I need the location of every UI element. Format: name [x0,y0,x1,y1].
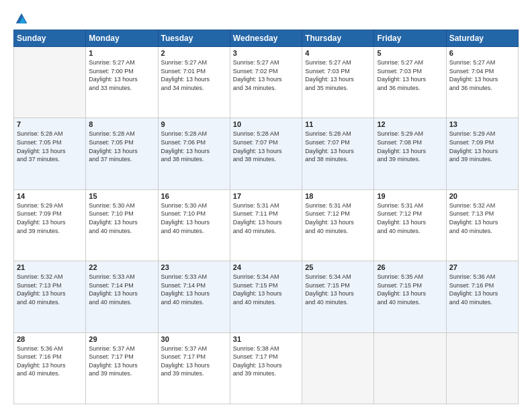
day-number: 3 [233,49,299,57]
calendar-cell: 6Sunrise: 5:27 AM Sunset: 7:04 PM Daylig… [446,47,518,118]
cell-info: Sunrise: 5:36 AM Sunset: 7:16 PM Dayligh… [17,345,83,378]
cell-info: Sunrise: 5:27 AM Sunset: 7:01 PM Dayligh… [161,58,227,92]
cell-info: Sunrise: 5:35 AM Sunset: 7:15 PM Dayligh… [377,273,443,306]
calendar-header-saturday: Saturday [446,30,518,47]
day-number: 14 [17,192,83,200]
day-number: 21 [17,263,83,271]
calendar-cell: 4Sunrise: 5:27 AM Sunset: 7:03 PM Daylig… [302,47,374,118]
calendar-header-monday: Monday [86,30,158,47]
calendar-cell: 27Sunrise: 5:36 AM Sunset: 7:16 PM Dayli… [446,261,518,332]
day-number: 27 [449,263,515,271]
calendar-cell: 30Sunrise: 5:37 AM Sunset: 7:17 PM Dayli… [158,332,230,404]
cell-info: Sunrise: 5:30 AM Sunset: 7:10 PM Dayligh… [89,201,154,235]
calendar-cell: 25Sunrise: 5:34 AM Sunset: 7:15 PM Dayli… [302,261,374,332]
calendar-cell: 16Sunrise: 5:30 AM Sunset: 7:10 PM Dayli… [158,189,230,261]
page: SundayMondayTuesdayWednesdayThursdayFrid… [0,0,532,411]
cell-info: Sunrise: 5:37 AM Sunset: 7:17 PM Dayligh… [161,345,227,378]
calendar-cell [302,332,374,404]
day-number: 17 [233,192,299,200]
calendar-cell: 28Sunrise: 5:36 AM Sunset: 7:16 PM Dayli… [14,332,86,404]
cell-info: Sunrise: 5:31 AM Sunset: 7:11 PM Dayligh… [233,201,299,235]
day-number: 15 [89,192,154,200]
calendar-header-friday: Friday [374,30,446,47]
calendar-cell [446,332,518,404]
cell-info: Sunrise: 5:27 AM Sunset: 7:03 PM Dayligh… [305,58,371,92]
day-number: 30 [161,335,227,343]
cell-info: Sunrise: 5:29 AM Sunset: 7:09 PM Dayligh… [449,130,515,163]
calendar-cell: 12Sunrise: 5:29 AM Sunset: 7:08 PM Dayli… [374,118,446,189]
cell-info: Sunrise: 5:36 AM Sunset: 7:16 PM Dayligh… [449,273,515,306]
cell-info: Sunrise: 5:37 AM Sunset: 7:17 PM Dayligh… [89,345,154,378]
calendar-cell: 20Sunrise: 5:32 AM Sunset: 7:13 PM Dayli… [446,189,518,261]
calendar-header-tuesday: Tuesday [158,30,230,47]
calendar-cell: 19Sunrise: 5:31 AM Sunset: 7:12 PM Dayli… [374,189,446,261]
day-number: 1 [89,49,154,57]
cell-info: Sunrise: 5:31 AM Sunset: 7:12 PM Dayligh… [305,201,371,235]
day-number: 9 [161,120,227,128]
day-number: 29 [89,335,154,343]
calendar-week-row: 14Sunrise: 5:29 AM Sunset: 7:09 PM Dayli… [14,189,519,261]
day-number: 26 [377,263,443,271]
day-number: 24 [233,263,299,271]
cell-info: Sunrise: 5:27 AM Sunset: 7:04 PM Dayligh… [449,58,515,92]
calendar-week-row: 28Sunrise: 5:36 AM Sunset: 7:16 PM Dayli… [14,332,519,404]
calendar-cell [14,47,86,118]
cell-info: Sunrise: 5:27 AM Sunset: 7:00 PM Dayligh… [89,58,154,92]
calendar-cell: 8Sunrise: 5:28 AM Sunset: 7:05 PM Daylig… [86,118,158,189]
calendar-header-thursday: Thursday [302,30,374,47]
logo-icon [15,12,28,26]
cell-info: Sunrise: 5:28 AM Sunset: 7:05 PM Dayligh… [89,130,154,163]
calendar-table: SundayMondayTuesdayWednesdayThursdayFrid… [13,30,519,404]
day-number: 20 [449,192,515,200]
calendar-cell: 17Sunrise: 5:31 AM Sunset: 7:11 PM Dayli… [230,189,302,261]
cell-info: Sunrise: 5:38 AM Sunset: 7:17 PM Dayligh… [233,345,299,378]
cell-info: Sunrise: 5:28 AM Sunset: 7:06 PM Dayligh… [161,130,227,163]
calendar-cell [374,332,446,404]
calendar-cell: 21Sunrise: 5:32 AM Sunset: 7:13 PM Dayli… [14,261,86,332]
day-number: 7 [17,120,83,128]
day-number: 12 [377,120,443,128]
cell-info: Sunrise: 5:32 AM Sunset: 7:13 PM Dayligh… [449,201,515,235]
cell-info: Sunrise: 5:28 AM Sunset: 7:07 PM Dayligh… [305,130,371,163]
calendar-cell: 31Sunrise: 5:38 AM Sunset: 7:17 PM Dayli… [230,332,302,404]
cell-info: Sunrise: 5:34 AM Sunset: 7:15 PM Dayligh… [305,273,371,306]
calendar-cell: 5Sunrise: 5:27 AM Sunset: 7:03 PM Daylig… [374,47,446,118]
calendar-cell: 11Sunrise: 5:28 AM Sunset: 7:07 PM Dayli… [302,118,374,189]
calendar-cell: 15Sunrise: 5:30 AM Sunset: 7:10 PM Dayli… [86,189,158,261]
day-number: 22 [89,263,154,271]
cell-info: Sunrise: 5:34 AM Sunset: 7:15 PM Dayligh… [233,273,299,306]
cell-info: Sunrise: 5:28 AM Sunset: 7:05 PM Dayligh… [17,130,83,163]
cell-info: Sunrise: 5:33 AM Sunset: 7:14 PM Dayligh… [161,273,227,306]
calendar-cell: 29Sunrise: 5:37 AM Sunset: 7:17 PM Dayli… [86,332,158,404]
calendar-header-sunday: Sunday [14,30,86,47]
calendar-week-row: 7Sunrise: 5:28 AM Sunset: 7:05 PM Daylig… [14,118,519,189]
calendar-week-row: 1Sunrise: 5:27 AM Sunset: 7:00 PM Daylig… [14,47,519,118]
calendar-cell: 9Sunrise: 5:28 AM Sunset: 7:06 PM Daylig… [158,118,230,189]
cell-info: Sunrise: 5:30 AM Sunset: 7:10 PM Dayligh… [161,201,227,235]
day-number: 16 [161,192,227,200]
cell-info: Sunrise: 5:31 AM Sunset: 7:12 PM Dayligh… [377,201,443,235]
calendar-cell: 14Sunrise: 5:29 AM Sunset: 7:09 PM Dayli… [14,189,86,261]
cell-info: Sunrise: 5:28 AM Sunset: 7:07 PM Dayligh… [233,130,299,163]
cell-info: Sunrise: 5:27 AM Sunset: 7:03 PM Dayligh… [377,58,443,92]
calendar-cell: 23Sunrise: 5:33 AM Sunset: 7:14 PM Dayli… [158,261,230,332]
calendar-header-wednesday: Wednesday [230,30,302,47]
day-number: 23 [161,263,227,271]
day-number: 6 [449,49,515,57]
calendar-cell: 18Sunrise: 5:31 AM Sunset: 7:12 PM Dayli… [302,189,374,261]
day-number: 10 [233,120,299,128]
day-number: 25 [305,263,371,271]
day-number: 13 [449,120,515,128]
cell-info: Sunrise: 5:29 AM Sunset: 7:08 PM Dayligh… [377,130,443,163]
calendar-cell: 13Sunrise: 5:29 AM Sunset: 7:09 PM Dayli… [446,118,518,189]
calendar-cell: 3Sunrise: 5:27 AM Sunset: 7:02 PM Daylig… [230,47,302,118]
calendar-cell: 7Sunrise: 5:28 AM Sunset: 7:05 PM Daylig… [14,118,86,189]
day-number: 8 [89,120,154,128]
calendar-cell: 2Sunrise: 5:27 AM Sunset: 7:01 PM Daylig… [158,47,230,118]
cell-info: Sunrise: 5:33 AM Sunset: 7:14 PM Dayligh… [89,273,154,306]
calendar-cell: 26Sunrise: 5:35 AM Sunset: 7:15 PM Dayli… [374,261,446,332]
day-number: 31 [233,335,299,343]
day-number: 4 [305,49,371,57]
calendar-cell: 1Sunrise: 5:27 AM Sunset: 7:00 PM Daylig… [86,47,158,118]
cell-info: Sunrise: 5:32 AM Sunset: 7:13 PM Dayligh… [17,273,83,306]
